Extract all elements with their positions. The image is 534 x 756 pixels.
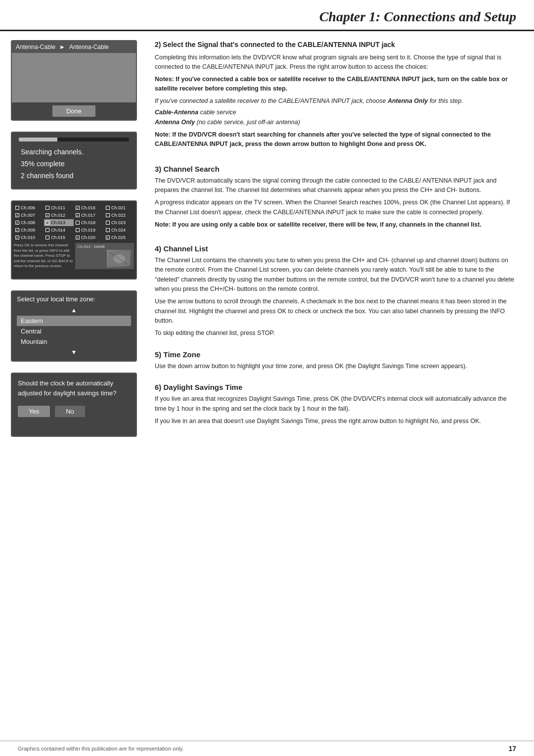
timezone-arrow-down-icon: ▼ (17, 349, 131, 356)
section4-body3: To skip editing the channel list, press … (155, 329, 516, 338)
ch-checkbox-013 (45, 221, 49, 225)
ch-checkbox-023 (106, 221, 110, 225)
antenna-cable-screen: Antenna-Cable ► Antenna-Cable Done (11, 40, 137, 121)
channel-list-screen: Ch.006 Ch.011 Ch.016 Ch.021 Ch.007 (11, 200, 137, 280)
footer-text: Graphics contained within this publicati… (18, 746, 183, 752)
section-3: 3) Channel Search The DVD/VCR automatica… (155, 160, 516, 233)
ch-checkbox-018 (76, 221, 80, 225)
timezone-arrow-up-icon: ▲ (17, 307, 131, 314)
section2-note3: Note: If the DVD/VCR doesn't start searc… (155, 130, 516, 149)
ch-cell-023[interactable]: Ch.023 (104, 219, 134, 226)
progress-bar-outer (19, 138, 129, 142)
ch-checkbox-022 (106, 213, 110, 217)
ch-checkbox-021 (106, 206, 110, 210)
chapter-title: Chapter 1: Connections and Setup (319, 9, 516, 24)
ch-cell-021[interactable]: Ch.021 (104, 204, 134, 211)
section5-heading: 5) Time Zone (155, 350, 516, 359)
ch-checkbox-014 (45, 228, 49, 232)
ch-checkbox-011 (45, 206, 49, 210)
section4-heading: 4) Channel List (155, 244, 516, 253)
channel-list-info: Press OK to remove this channel from the… (14, 243, 73, 269)
timezone-screen: Select your local time zone: ▲ Eastern C… (11, 290, 137, 362)
ch-cell-024[interactable]: Ch.024 (104, 227, 134, 234)
section6-body1: If you live an area that recognizes Dayl… (155, 394, 516, 414)
ch-cell-011[interactable]: Ch.011 (44, 204, 74, 211)
section-5: 5) Time Zone Use the down arrow button t… (155, 345, 516, 371)
section-2: 2) Select the Signal that's connected to… (155, 40, 516, 153)
progress-bar-inner (19, 138, 57, 142)
daylight-yes-button[interactable]: Yes (18, 406, 50, 417)
timezone-eastern[interactable]: Eastern (17, 316, 131, 326)
antenna-body (12, 53, 136, 102)
section2-heading: 2) Select the Signal that's connected to… (155, 40, 516, 50)
ch-checkbox-008 (15, 221, 19, 225)
ch-checkbox-017 (76, 213, 80, 217)
antenna-only-italic: Antenna Only (388, 97, 428, 104)
footer: Graphics contained within this publicati… (0, 741, 534, 756)
ch-cell-015[interactable]: Ch.015 (44, 234, 74, 241)
ch-cell-022[interactable]: Ch.022 (104, 212, 134, 219)
ch-checkbox-015 (45, 236, 49, 239)
ch-checkbox-019 (76, 228, 80, 232)
ch-cell-014[interactable]: Ch.014 (44, 227, 74, 234)
ch-cell-007[interactable]: Ch.007 (14, 212, 44, 219)
section2-note2: If you've connected a satellite receiver… (155, 96, 516, 106)
footer-page: 17 (508, 745, 516, 753)
section2-body1: Completing this information lets the DVD… (155, 53, 516, 72)
daylight-screen: Should the clock be automatically adjust… (11, 373, 137, 437)
searching-line3: 2 channels found (21, 170, 129, 182)
ch-cell-012[interactable]: Ch.012 (44, 212, 74, 219)
timezone-title: Select your local time zone: (17, 295, 131, 303)
ch-checkbox-020 (76, 236, 80, 239)
ch-checkbox-016 (76, 206, 80, 210)
section-4: 4) Channel List The Channel List contain… (155, 239, 516, 338)
ch-cell-018[interactable]: Ch.018 (74, 219, 104, 226)
daylight-text: Should the clock be automatically adjust… (18, 378, 130, 398)
ch-cell-025[interactable]: Ch.025 (104, 234, 134, 241)
ch-cell-006[interactable]: Ch.006 (14, 204, 44, 211)
section2-antenna-only: Antenna Only (no cable service, just off… (155, 118, 516, 127)
daylight-no-button[interactable]: No (55, 406, 85, 417)
channel-name-label: Ch.013 : NAME (78, 244, 105, 249)
antenna-only-text: (no cable service, just off-air antenna) (195, 119, 300, 126)
antenna-done-bar: Done (12, 102, 136, 120)
ch-cell-013[interactable]: Ch.013 (44, 219, 74, 226)
right-column: 2) Select the Signal that's connected to… (146, 31, 534, 446)
antenna-label-1: Antenna-Cable (16, 44, 55, 50)
channel-thumbnail (107, 250, 132, 268)
section6-body2: If you live in an area that doesn't use … (155, 417, 516, 426)
searching-channels-screen: Searching channels. 35% complete 2 chann… (11, 132, 137, 189)
ch-cell-010[interactable]: Ch.010 (14, 234, 44, 241)
timezone-mountain[interactable]: Mountain (17, 336, 131, 347)
done-button[interactable]: Done (52, 105, 95, 117)
section4-body1: The Channel List contains the channels y… (155, 256, 516, 294)
section3-note: Note: If you are using only a cable box … (155, 220, 516, 230)
ch-cell-019[interactable]: Ch.019 (74, 227, 104, 234)
ch-cell-008[interactable]: Ch.008 (14, 219, 44, 226)
main-content: Antenna-Cable ► Antenna-Cable Done Searc… (0, 31, 534, 446)
ch-checkbox-006 (15, 206, 19, 210)
antenna-label-2: Antenna-Cable (69, 44, 109, 50)
searching-text: Searching channels. 35% complete 2 chann… (19, 146, 129, 182)
section6-heading: 6) Daylight Savings Time (155, 383, 516, 391)
chapter-header: Chapter 1: Connections and Setup (0, 0, 534, 31)
section2-cable-antenna: Cable-Antenna cable service (155, 108, 516, 117)
section3-body2: A progress indicator appears on the TV s… (155, 198, 516, 217)
section4-body2: Use the arrow buttons to scroll through … (155, 297, 516, 326)
section2-note1: Notes: If you've connected a cable box o… (155, 75, 516, 94)
ch-cell-009[interactable]: Ch.009 (14, 227, 44, 234)
ch-cell-017[interactable]: Ch.017 (74, 212, 104, 219)
ch-cell-016[interactable]: Ch.016 (74, 204, 104, 211)
cable-antenna-text: cable service (198, 109, 236, 116)
timezone-central[interactable]: Central (17, 326, 131, 336)
channel-list-bottom: Press OK to remove this channel from the… (14, 243, 134, 269)
ch-cell-020[interactable]: Ch.020 (74, 234, 104, 241)
cable-antenna-label: Cable-Antenna (155, 109, 198, 116)
section3-body1: The DVD/VCR automatically scans the sign… (155, 176, 516, 195)
searching-line1: Searching channels. (21, 146, 129, 158)
ch-checkbox-007 (15, 213, 19, 217)
channel-grid: Ch.006 Ch.011 Ch.016 Ch.021 Ch.007 (14, 204, 134, 241)
ch-checkbox-024 (106, 228, 110, 232)
ch-checkbox-012 (45, 213, 49, 217)
section3-heading: 3) Channel Search (155, 165, 516, 173)
